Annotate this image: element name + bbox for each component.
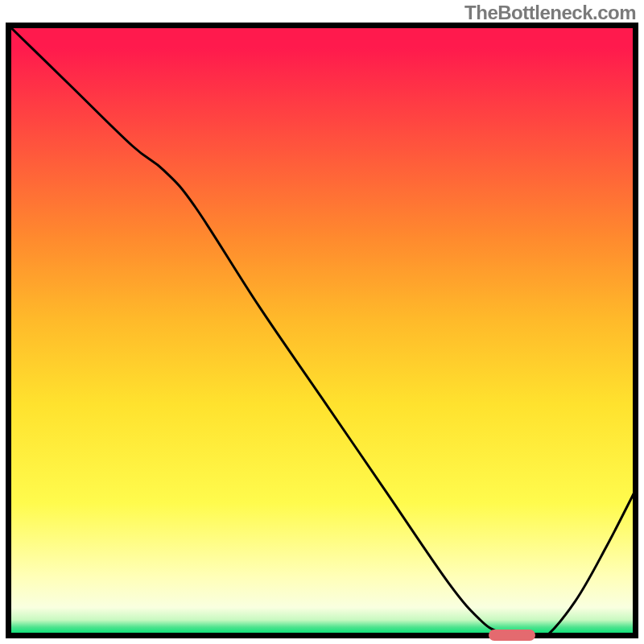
watermark-text: TheBottleneck.com [464,2,636,24]
chart-background-gradient [6,23,638,638]
chart-area [6,23,638,638]
optimal-marker [489,630,535,641]
